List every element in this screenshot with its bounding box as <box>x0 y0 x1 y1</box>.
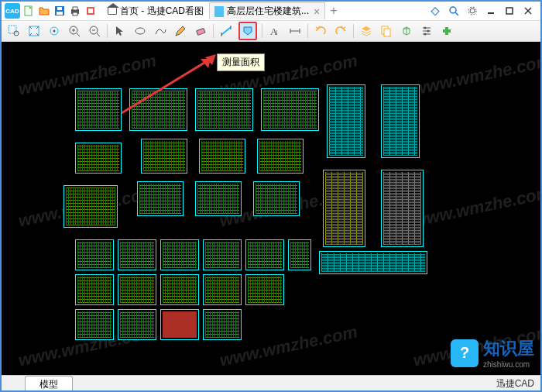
svg-rect-2 <box>57 12 63 15</box>
svg-rect-31 <box>197 28 205 35</box>
drawing-thumb[interactable] <box>319 251 427 274</box>
svg-line-24 <box>77 33 80 36</box>
zoom-extents-icon[interactable] <box>26 23 42 39</box>
text-icon[interactable]: AI <box>267 23 283 39</box>
brand-name: 知识屋 <box>483 337 534 360</box>
svg-point-30 <box>136 28 145 34</box>
tab-bar: 首页 - 迅捷CAD看图 高层层住宅楼建筑... × + <box>102 2 342 20</box>
layer-icon[interactable] <box>358 23 374 39</box>
cube-3d-icon[interactable] <box>399 23 414 39</box>
drawing-thumb[interactable] <box>75 274 114 305</box>
drawing-thumb[interactable] <box>257 139 304 174</box>
drawing-thumb[interactable] <box>75 88 122 131</box>
new-file-icon[interactable] <box>22 4 36 18</box>
tab-add-button[interactable]: + <box>325 4 341 18</box>
drawing-thumb[interactable] <box>118 274 156 305</box>
pencil-icon[interactable] <box>173 23 188 39</box>
drawing-thumbnails <box>2 42 540 375</box>
svg-point-12 <box>470 9 475 13</box>
measure-distance-icon[interactable] <box>218 23 234 39</box>
drawing-thumb[interactable] <box>160 239 199 270</box>
zoom-out-icon[interactable] <box>87 23 102 39</box>
drawing-thumb[interactable] <box>245 274 284 305</box>
tab-document[interactable]: 高层层住宅楼建筑... × <box>209 2 325 19</box>
drawing-thumb[interactable] <box>288 239 311 270</box>
drawing-thumb[interactable] <box>75 143 122 174</box>
spline-icon[interactable] <box>153 23 168 39</box>
drawing-thumb[interactable] <box>203 274 242 305</box>
zoom-in-icon[interactable] <box>67 23 82 39</box>
svg-rect-41 <box>384 29 390 36</box>
save-icon[interactable] <box>53 4 67 18</box>
brand-icon: ? <box>451 339 479 367</box>
open-file-icon[interactable] <box>37 4 51 18</box>
drawing-thumb[interactable] <box>118 309 156 340</box>
print-icon[interactable] <box>68 4 82 18</box>
tab-home[interactable]: 首页 - 迅捷CAD看图 <box>102 2 209 20</box>
recent-icon[interactable] <box>84 4 98 18</box>
drawing-thumb[interactable] <box>253 181 300 216</box>
brand-badge: ? 知识屋 zhishiwu.com <box>451 337 534 369</box>
diamond-icon[interactable] <box>429 5 441 17</box>
settings-icon[interactable] <box>419 23 434 39</box>
separator <box>262 24 262 38</box>
svg-line-28 <box>97 33 100 36</box>
close-button[interactable] <box>522 5 534 17</box>
pan-icon[interactable] <box>46 23 62 39</box>
drawing-thumb[interactable] <box>63 185 118 228</box>
tab-close-icon[interactable]: × <box>314 5 320 18</box>
separator <box>107 24 108 38</box>
drawing-thumb[interactable] <box>203 309 242 340</box>
copy-icon[interactable] <box>379 23 394 39</box>
drawing-thumb[interactable] <box>195 88 253 131</box>
drawing-thumb[interactable] <box>75 309 114 340</box>
drawing-thumb[interactable] <box>381 170 424 247</box>
tooltip-measure-area: 测量面积 <box>217 53 265 71</box>
drawing-thumb[interactable] <box>261 88 319 131</box>
svg-text:I: I <box>276 29 278 36</box>
svg-point-22 <box>53 30 56 33</box>
drawing-thumb[interactable] <box>75 239 114 270</box>
undo-icon[interactable] <box>313 23 328 39</box>
app-icon: CAD <box>5 3 20 19</box>
redo-icon[interactable] <box>333 23 348 39</box>
search-icon[interactable] <box>448 5 460 17</box>
window-controls <box>429 5 537 17</box>
tab-home-label: 首页 - 迅捷CAD看图 <box>120 5 204 18</box>
svg-rect-6 <box>73 12 77 15</box>
drawing-canvas[interactable]: www.wmzhe.com www.wmzhe.com www.wmzhe.co… <box>2 42 540 375</box>
ellipse-icon[interactable] <box>132 23 148 39</box>
model-tab[interactable]: 模型 <box>25 376 73 393</box>
drawing-thumb[interactable] <box>137 181 184 216</box>
document-icon <box>214 6 224 17</box>
svg-rect-3 <box>57 7 62 10</box>
drawing-thumb[interactable] <box>160 274 199 305</box>
drawing-thumb[interactable] <box>245 239 284 270</box>
svg-line-32 <box>221 27 231 35</box>
svg-point-46 <box>427 30 430 33</box>
drawing-thumb[interactable] <box>323 170 365 247</box>
measure-area-button[interactable] <box>238 22 257 40</box>
plugin-icon[interactable] <box>439 23 455 39</box>
maximize-button[interactable] <box>503 5 516 17</box>
home-icon <box>108 7 117 15</box>
pointer-icon[interactable] <box>112 23 128 39</box>
drawing-thumb[interactable] <box>160 309 199 340</box>
dimension-icon[interactable] <box>287 23 303 39</box>
drawing-thumb[interactable] <box>381 84 420 158</box>
drawing-thumb[interactable] <box>195 181 242 216</box>
zoom-window-icon[interactable] <box>6 23 22 39</box>
drawing-thumb[interactable] <box>129 88 187 131</box>
svg-rect-8 <box>88 9 93 13</box>
gear-icon[interactable] <box>466 5 479 17</box>
eraser-icon[interactable] <box>193 23 208 39</box>
drawing-thumb[interactable] <box>118 239 156 270</box>
toolbar: AI <box>2 20 540 42</box>
svg-point-10 <box>450 7 456 13</box>
minimize-button[interactable] <box>485 5 497 17</box>
drawing-thumb[interactable] <box>199 139 245 174</box>
drawing-thumb[interactable] <box>203 239 242 270</box>
svg-point-45 <box>424 27 427 29</box>
drawing-thumb[interactable] <box>327 84 365 158</box>
drawing-thumb[interactable] <box>141 139 187 174</box>
